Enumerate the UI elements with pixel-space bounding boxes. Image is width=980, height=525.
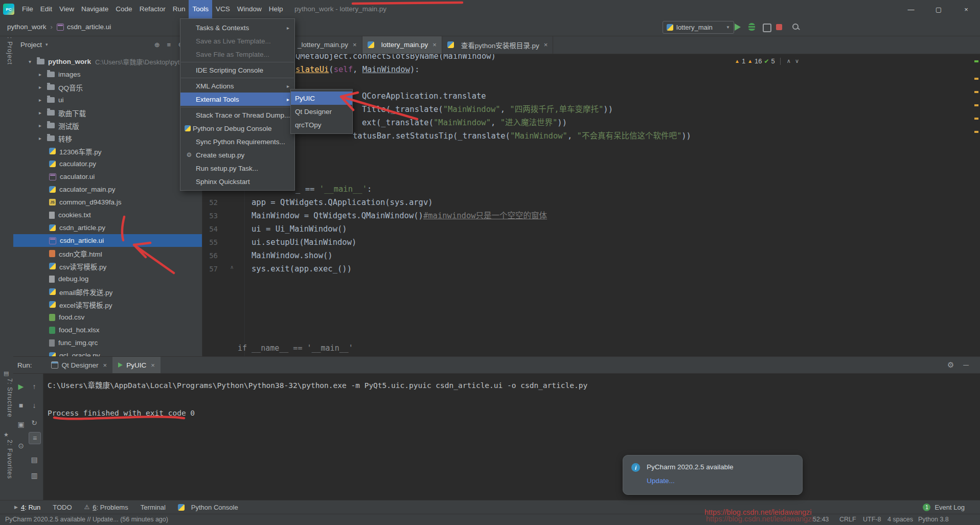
error-stripe-mark[interactable]: [974, 91, 978, 93]
menu-refactor[interactable]: Refactor: [136, 0, 169, 18]
debug-button[interactable]: [748, 23, 755, 31]
run-button[interactable]: [735, 24, 741, 31]
tree-item-food-csv[interactable]: food.csv: [13, 311, 202, 324]
menu-run[interactable]: Run: [169, 0, 189, 18]
menu-file[interactable]: File: [18, 0, 37, 18]
close-button[interactable]: ×: [952, 0, 980, 18]
tree-item-csdn-html[interactable]: csdn文章.html: [13, 247, 202, 260]
menu-item-run-setup-py-task[interactable]: Run setup.py Task...: [180, 162, 294, 175]
tree-item-item[interactable]: ▸转移: [13, 132, 202, 145]
up-the-stack-trace-icon[interactable]: ↑: [29, 381, 40, 392]
editor-tab-python-py[interactable]: 查看python安装根目录.py×: [442, 36, 554, 54]
tree-item-item[interactable]: ▸测试版: [13, 119, 202, 132]
menu-item-external-tools[interactable]: External Tools▸: [180, 93, 294, 106]
error-stripe-mark[interactable]: [974, 118, 978, 120]
close-tab-icon[interactable]: ×: [151, 361, 155, 369]
stop-icon[interactable]: ■: [15, 400, 27, 411]
menu-edit[interactable]: Edit: [37, 0, 56, 18]
toolwindow-terminal[interactable]: Terminal: [134, 500, 172, 514]
run-console[interactable]: C:\Users\章魏康\AppData\Local\Programs\Pyth…: [43, 374, 980, 500]
event-log-button[interactable]: 1 Event Log: [923, 504, 965, 511]
inspections-widget[interactable]: ▲ 1 ▲ 16 ✔ 5 ∧ ∨: [735, 57, 800, 65]
clear-all-icon[interactable]: ▥: [29, 470, 40, 481]
status-message[interactable]: PyCharm 2020.2.5 available // Update... …: [5, 516, 168, 523]
breadcrumb-item[interactable]: csdn_article.ui: [67, 23, 111, 31]
menu-item-python-or-debug-console[interactable]: Python or Debug Console: [180, 122, 294, 135]
tree-item-item[interactable]: ▸歌曲下载: [13, 106, 202, 119]
tree-item-qq[interactable]: ▸QQ音乐: [13, 81, 202, 94]
minimize-button[interactable]: —: [897, 0, 925, 18]
tree-item-func-img-qrc[interactable]: func_img.qrc: [13, 336, 202, 349]
rerun-icon[interactable]: ▶: [15, 381, 27, 392]
submenu-item-qrctopy[interactable]: qrcTOpy: [291, 118, 352, 131]
scroll-to-end-icon[interactable]: ≡: [29, 432, 41, 444]
menu-item-sync-python-requirements[interactable]: Sync Python Requirements...: [180, 135, 294, 148]
tree-item-caculator-main-py[interactable]: caculator_main.py: [13, 183, 202, 196]
close-tab-icon[interactable]: ×: [432, 41, 437, 49]
tree-item-common-d9439fa-js[interactable]: JScommon_d9439fa.js: [13, 196, 202, 209]
project-panel-title[interactable]: Project: [20, 41, 42, 49]
submenu-item-qt-designer[interactable]: Qt Designer: [291, 105, 352, 118]
fold-marker-icon[interactable]: ∧: [230, 264, 234, 270]
run-tab-qt-designer[interactable]: Qt Designer×: [45, 357, 113, 373]
menu-window[interactable]: Window: [234, 0, 265, 18]
pin-icon[interactable]: ⊙: [15, 440, 27, 451]
run-tab-pyuic[interactable]: PyUIC×: [112, 357, 161, 373]
menu-item-save-file-as-template[interactable]: Save File as Template...: [180, 48, 294, 61]
maximize-button[interactable]: ▢: [925, 0, 952, 18]
error-stripe-mark[interactable]: [974, 131, 978, 133]
error-stripe-mark[interactable]: [974, 78, 978, 80]
menu-item-xml-actions[interactable]: XML Actions▸: [180, 79, 294, 93]
interpreter-indicator[interactable]: Python 3.8: [918, 516, 949, 523]
indent-indicator[interactable]: 4 spaces: [887, 516, 913, 523]
next-problem-icon[interactable]: ∨: [795, 58, 799, 64]
toolwindow-4-run[interactable]: ▶4: Run: [8, 500, 47, 514]
rerun-action-icon[interactable]: ↻: [29, 417, 40, 428]
search-everywhere-button[interactable]: [792, 24, 800, 31]
tree-item-email-py[interactable]: email邮件发送.py: [13, 285, 202, 298]
tree-item-csdn-article-ui[interactable]: csdn_article.ui: [13, 234, 202, 247]
tree-item-images[interactable]: ▸images: [13, 68, 202, 81]
notification-update-link[interactable]: Update...: [647, 477, 675, 485]
menu-help[interactable]: Help: [265, 0, 287, 18]
menu-item-sphinx-quickstart[interactable]: Sphinx Quickstart: [180, 175, 294, 188]
print-icon[interactable]: ▤: [29, 454, 40, 465]
restore-layout-icon[interactable]: ▣: [15, 419, 27, 430]
coverage-button[interactable]: [763, 24, 771, 32]
menu-item-create-setup-py[interactable]: ⚙Create setup.py: [180, 148, 294, 162]
locate-file-icon[interactable]: ⊕: [154, 41, 160, 49]
menu-vcs[interactable]: VCS: [212, 0, 234, 18]
menu-navigate[interactable]: Navigate: [78, 0, 112, 18]
toolwindow-6-problems[interactable]: ⚠6: Problems: [78, 500, 134, 514]
gear-icon[interactable]: ⚙: [947, 360, 954, 370]
tree-item-csdn-article-py[interactable]: csdn_article.py: [13, 221, 202, 234]
menu-view[interactable]: View: [56, 0, 78, 18]
close-tab-icon[interactable]: ×: [353, 41, 357, 49]
error-stripe-mark[interactable]: [974, 104, 978, 106]
toolwindow-stripe-project[interactable]: 1: Project: [0, 33, 13, 65]
encoding-indicator[interactable]: UTF-8: [863, 516, 881, 523]
prev-problem-icon[interactable]: ∧: [787, 58, 791, 64]
error-stripe-mark[interactable]: [974, 60, 978, 62]
line-separator-indicator[interactable]: CRLF: [839, 516, 856, 523]
tree-item-excel-py[interactable]: excel读写模板.py: [13, 298, 202, 311]
tree-item-cookies-txt[interactable]: cookies.txt: [13, 209, 202, 221]
tree-item-ui[interactable]: ▸ui: [13, 94, 202, 106]
close-tab-icon[interactable]: ×: [103, 361, 107, 369]
submenu-item-pyuic[interactable]: PyUIC: [291, 92, 352, 105]
menu-item-tasks-contexts[interactable]: Tasks & Contexts▸: [180, 21, 294, 34]
menu-item-save-as-live-template[interactable]: Save as Live Template...: [180, 34, 294, 48]
menu-code[interactable]: Code: [112, 0, 135, 18]
collapse-all-icon[interactable]: ≡: [167, 41, 171, 49]
toolwindow-python-console[interactable]: Python Console: [172, 500, 244, 514]
tree-item-debug-log[interactable]: debug.log: [13, 272, 202, 285]
tree-root[interactable]: ▾python_workC:\Users\章魏康\Desktop\python_: [13, 55, 202, 68]
tree-item-caculator-ui[interactable]: caculator.ui: [13, 170, 202, 183]
toolwindow-todo[interactable]: TODO: [47, 500, 78, 514]
tree-item-caculator-py[interactable]: caculator.py: [13, 157, 202, 170]
run-configuration-select[interactable]: lottery_main ▼: [663, 21, 734, 34]
menu-item-stack-trace-or-thread-dump[interactable]: Stack Trace or Thread Dump...: [180, 108, 294, 122]
tree-item-12306-py[interactable]: 12306车票.py: [13, 145, 202, 157]
breadcrumb-item[interactable]: python_work: [7, 23, 47, 31]
menu-item-ide-scripting-console[interactable]: IDE Scripting Console: [180, 63, 294, 77]
